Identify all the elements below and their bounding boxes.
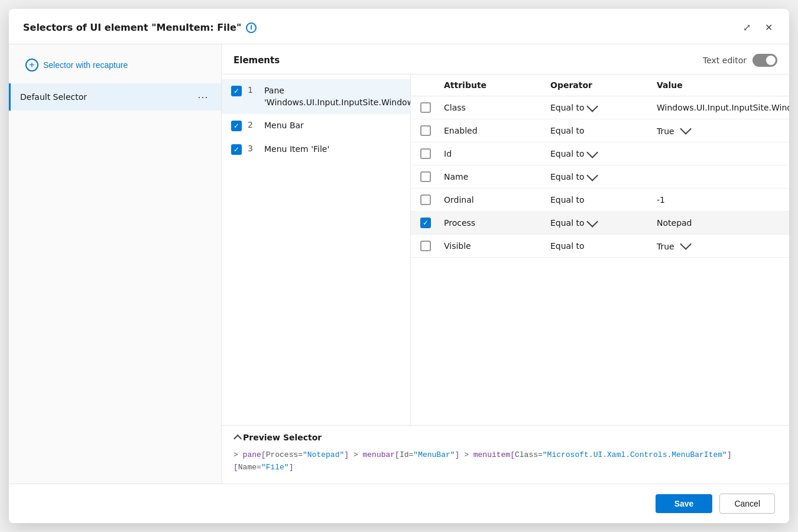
elements-list: ✓ 1 Pane 'Windows.UI.Input.InputSite.Win… [222, 74, 411, 425]
save-button[interactable]: Save [656, 494, 713, 513]
chevron-down-icon [586, 100, 598, 112]
attr-operator-enabled[interactable]: Equal to [550, 126, 657, 135]
text-editor-toggle[interactable] [752, 54, 777, 67]
attr-name-process: Process [444, 218, 550, 228]
cancel-button[interactable]: Cancel [719, 494, 775, 514]
attr-row-ordinal: Ordinal Equal to -1 [411, 189, 789, 212]
chevron-down-icon [586, 216, 598, 228]
attr-checkbox-process[interactable]: ✓ [420, 218, 431, 228]
attr-row-visible: Visible Equal to True [411, 235, 789, 258]
attr-name-id: Id [444, 149, 550, 158]
chevron-down-icon [586, 147, 598, 158]
element-text-2: Menu Bar [264, 120, 304, 132]
attr-value-visible: True [657, 241, 780, 251]
element-num-3: 3 [248, 144, 258, 153]
attr-value-class: Windows.UI.Input.InputSite.WindowClass [657, 103, 789, 112]
attr-operator-process[interactable]: Equal to [550, 218, 657, 228]
main-content: + Selector with recapture Default Select… [9, 44, 789, 484]
selector-item[interactable]: Default Selector ⋯ [9, 83, 221, 111]
panel-body: ✓ 1 Pane 'Windows.UI.Input.InputSite.Win… [222, 74, 789, 425]
attr-name-visible: Visible [444, 241, 550, 251]
element-checkbox-2[interactable]: ✓ [231, 121, 242, 131]
attr-operator-class[interactable]: Equal to [550, 103, 657, 112]
right-panel: Elements Text editor ✓ 1 [222, 44, 789, 484]
attributes-panel: Attribute Operator Value Class Equal to … [411, 74, 789, 425]
attr-name-name: Name [444, 172, 550, 181]
attr-checkbox-class[interactable] [420, 102, 431, 113]
dialog-title: Selectors of UI element "MenuItem: File" [23, 22, 241, 33]
list-item[interactable]: ✓ 1 Pane 'Windows.UI.Input.InputSite.Win… [222, 79, 410, 114]
attr-checkbox-ordinal[interactable] [420, 194, 431, 205]
attr-checkbox-visible[interactable] [420, 241, 431, 251]
element-checkbox-3[interactable]: ✓ [231, 144, 242, 155]
title-bar: Selectors of UI element "MenuItem: File"… [9, 9, 789, 44]
expand-button[interactable]: ⤢ [738, 20, 755, 35]
footer: Save Cancel [9, 484, 789, 523]
col-value: Value [657, 80, 780, 90]
selector-options-button[interactable]: ⋯ [194, 89, 212, 105]
attr-operator-id[interactable]: Equal to [550, 149, 657, 158]
chevron-down-icon [586, 170, 598, 181]
element-checkbox-1[interactable]: ✓ [231, 86, 242, 96]
chevron-down-icon [680, 122, 692, 134]
attr-name-enabled: Enabled [444, 126, 550, 135]
add-selector-button[interactable]: + Selector with recapture [16, 54, 214, 76]
dialog: Selectors of UI element "MenuItem: File"… [9, 9, 789, 523]
attr-operator-visible[interactable]: Equal to [550, 241, 657, 251]
col-attribute: Attribute [444, 80, 550, 90]
preview-chevron-icon [233, 434, 242, 443]
col-operator: Operator [550, 80, 657, 90]
info-icon[interactable]: i [246, 22, 257, 33]
selector-item-label: Default Selector [20, 92, 87, 102]
attr-checkbox-id[interactable] [420, 148, 431, 159]
attr-row-process: ✓ Process Equal to Notepad [411, 212, 789, 235]
preview-section: Preview Selector > pane[Process="Notepad… [222, 425, 789, 484]
element-text-1: Pane 'Windows.UI.Input.InputSite.WindowC… [264, 85, 411, 108]
attr-operator-name[interactable]: Equal to [550, 172, 657, 181]
text-editor-row: Text editor [703, 54, 777, 67]
attr-row-class: Class Equal to Windows.UI.Input.InputSit… [411, 96, 789, 119]
text-editor-label: Text editor [703, 56, 747, 65]
add-selector-label: Selector with recapture [43, 60, 128, 70]
list-item[interactable]: ✓ 3 Menu Item 'File' [222, 138, 410, 161]
preview-title: Preview Selector [243, 433, 322, 442]
close-button[interactable]: ✕ [760, 20, 777, 35]
attr-row-id: Id Equal to [411, 142, 789, 166]
element-num-1: 1 [248, 85, 258, 95]
preview-header[interactable]: Preview Selector [233, 433, 777, 442]
attr-value-process: Notepad [657, 218, 780, 228]
attr-row-enabled: Enabled Equal to True [411, 119, 789, 142]
elements-title: Elements [233, 55, 280, 66]
sidebar: + Selector with recapture Default Select… [9, 44, 222, 484]
attr-checkbox-name[interactable] [420, 171, 431, 182]
attributes-header: Attribute Operator Value [411, 74, 789, 96]
attr-row-name: Name Equal to [411, 166, 789, 189]
plus-icon: + [25, 59, 38, 72]
attr-value-enabled: True [657, 126, 780, 136]
attr-checkbox-enabled[interactable] [420, 125, 431, 136]
col-checkbox [420, 80, 444, 90]
preview-code: > pane[Process="Notepad"] > menubar[Id="… [233, 447, 777, 476]
chevron-down-icon [680, 238, 692, 249]
attr-name-class: Class [444, 103, 550, 112]
attr-operator-ordinal[interactable]: Equal to [550, 195, 657, 205]
element-text-3: Menu Item 'File' [264, 144, 329, 155]
toggle-knob [766, 56, 776, 65]
elements-header: Elements Text editor [222, 44, 789, 74]
list-item[interactable]: ✓ 2 Menu Bar [222, 114, 410, 138]
attr-value-ordinal: -1 [657, 195, 780, 205]
element-num-2: 2 [248, 120, 258, 129]
attr-name-ordinal: Ordinal [444, 195, 550, 205]
